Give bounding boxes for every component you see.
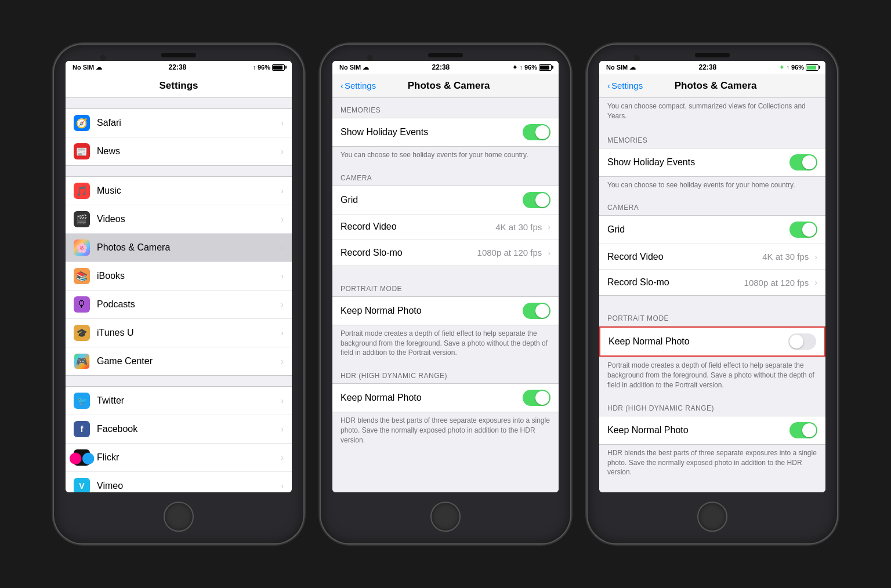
music-icon: 🎵: [74, 183, 90, 199]
time-2: 22:38: [432, 63, 450, 71]
record-video-item-2[interactable]: Record Video 4K at 30 fps ›: [332, 215, 559, 240]
record-video-chevron-3: ›: [814, 252, 817, 262]
location-icon-3: ↑: [786, 64, 789, 71]
status-bar-3: No SIM ☁ 22:38 ✦ ↑ 96%: [599, 61, 825, 74]
keep-normal-portrait-toggle-2[interactable]: [523, 303, 550, 319]
holiday-toggle-2[interactable]: [523, 124, 550, 140]
record-slomo-chevron-2: ›: [548, 248, 550, 257]
location-icon-2: ↑: [519, 64, 523, 71]
back-label-2: Settings: [345, 81, 376, 90]
photos-label: Photos & Camera: [97, 242, 277, 253]
home-button-3[interactable]: [697, 502, 727, 532]
vimeo-label: Vimeo: [97, 481, 277, 491]
keep-normal-hdr-item-2[interactable]: Keep Normal Photo: [332, 384, 559, 412]
keep-normal-hdr-label-2: Keep Normal Photo: [341, 393, 523, 403]
settings-item-itunes[interactable]: 🎓 iTunes U ›: [66, 319, 292, 347]
phone-top-3: [588, 45, 837, 57]
back-chevron-2: ‹: [341, 81, 343, 90]
group-memories-2: Show Holiday Events: [332, 118, 559, 147]
settings-item-twitter[interactable]: 🐦 Twitter ›: [66, 387, 292, 415]
settings-item-ibooks[interactable]: 📚 iBooks ›: [66, 262, 292, 291]
settings-item-gamecenter[interactable]: 🎮 Game Center ›: [66, 347, 292, 375]
home-button-2[interactable]: [430, 502, 461, 532]
keep-normal-hdr-toggle-2[interactable]: [523, 390, 550, 406]
grid-item-3[interactable]: Grid: [599, 216, 825, 244]
group-media: 🎵 Music › 🎬 Videos › 🌸 Photos & Camera ›…: [66, 176, 292, 376]
bluetooth-icon-3: ✦: [779, 64, 784, 71]
vimeo-chevron: ›: [281, 481, 284, 491]
status-bar-2: No SIM ☁ 22:38 ✦ ↑ 96%: [332, 61, 559, 74]
record-slomo-item-2[interactable]: Record Slo-mo 1080p at 120 fps ›: [332, 240, 559, 266]
keep-normal-hdr-toggle-3[interactable]: [789, 422, 817, 438]
holiday-events-item-2[interactable]: Show Holiday Events: [332, 118, 559, 146]
battery-percent-3: 96%: [791, 64, 804, 71]
screen-1: No SIM ☁ 22:38 ↑ 96% Settings 🧭 Safari ›: [66, 61, 292, 492]
podcasts-icon: 🎙: [74, 296, 90, 313]
record-slomo-item-3[interactable]: Record Slo-mo 1080p at 120 fps ›: [599, 270, 825, 295]
grid-toggle-3[interactable]: [789, 222, 817, 238]
record-video-item-3[interactable]: Record Video 4K at 30 fps ›: [599, 244, 825, 270]
twitter-label: Twitter: [97, 395, 277, 406]
record-slomo-label-3: Record Slo-mo: [607, 277, 744, 288]
grid-item-2[interactable]: Grid: [332, 186, 559, 215]
keep-normal-portrait-item-3[interactable]: Keep Normal Photo: [599, 326, 825, 357]
camera-dot-3: [634, 55, 640, 61]
spacer-end-2: [332, 451, 559, 462]
settings-item-music[interactable]: 🎵 Music ›: [66, 177, 292, 205]
news-icon: 📰: [74, 143, 90, 159]
spacer-1: [66, 166, 292, 176]
nav-title-2: Photos & Camera: [376, 80, 521, 92]
section-memories-3: MEMORIES: [599, 128, 825, 148]
section-portrait-3: PORTRAIT MODE: [599, 306, 825, 326]
settings-item-podcasts[interactable]: 🎙 Podcasts ›: [66, 291, 292, 319]
facebook-icon: f: [74, 421, 90, 437]
flickr-icon: ⬤⬤: [74, 449, 90, 466]
bluetooth-icon-2: ✦: [512, 64, 517, 71]
podcasts-label: Podcasts: [97, 299, 277, 310]
itunes-icon: 🎓: [74, 325, 90, 341]
holiday-events-item-3[interactable]: Show Holiday Events: [599, 148, 825, 176]
settings-item-flickr[interactable]: ⬤⬤ Flickr ›: [66, 444, 292, 472]
screen-2: No SIM ☁ 22:38 ✦ ↑ 96% ‹ Settings Photos…: [332, 61, 559, 492]
flickr-label: Flickr: [97, 452, 277, 463]
back-button-2[interactable]: ‹ Settings: [341, 81, 376, 90]
status-left-1: No SIM ☁: [73, 64, 102, 71]
spacer-camera-3: [599, 296, 825, 306]
settings-item-vimeo[interactable]: V Vimeo ›: [66, 472, 292, 492]
settings-item-videos[interactable]: 🎬 Videos ›: [66, 205, 292, 234]
record-video-value-2: 4K at 30 fps: [495, 222, 542, 232]
carrier-3: No SIM ☁: [606, 64, 636, 71]
settings-item-news[interactable]: 📰 News ›: [66, 137, 292, 165]
record-video-value-3: 4K at 30 fps: [762, 252, 809, 262]
safari-icon: 🧭: [74, 115, 90, 131]
phone-2: No SIM ☁ 22:38 ✦ ↑ 96% ‹ Settings Photos…: [321, 45, 570, 543]
nav-bar-2: ‹ Settings Photos & Camera: [332, 74, 559, 98]
keep-normal-portrait-toggle-3[interactable]: [788, 333, 816, 350]
safari-chevron: ›: [281, 118, 284, 128]
group-portrait-2: Keep Normal Photo: [332, 296, 559, 325]
record-video-label-3: Record Video: [607, 252, 762, 262]
ibooks-chevron: ›: [281, 271, 284, 281]
holiday-toggle-3[interactable]: [789, 154, 817, 170]
grid-toggle-2[interactable]: [523, 192, 550, 208]
portrait-desc-3: Portrait mode creates a depth of field e…: [599, 357, 825, 395]
itunes-label: iTunes U: [97, 328, 277, 338]
carrier-1: No SIM ☁: [73, 64, 102, 71]
back-label-3: Settings: [611, 81, 643, 90]
home-button-1[interactable]: [164, 502, 194, 532]
settings-item-facebook[interactable]: f Facebook ›: [66, 415, 292, 444]
settings-content-1: 🧭 Safari › 📰 News › 🎵 Music ›: [66, 98, 292, 492]
settings-item-photos[interactable]: 🌸 Photos & Camera ›: [66, 234, 292, 262]
battery-icon-1: [272, 64, 285, 71]
keep-normal-hdr-item-3[interactable]: Keep Normal Photo: [599, 416, 825, 444]
settings-item-safari[interactable]: 🧭 Safari ›: [66, 109, 292, 137]
keep-normal-hdr-label-3: Keep Normal Photo: [607, 425, 789, 435]
screen-3: No SIM ☁ 22:38 ✦ ↑ 96% ‹ Settings Photos…: [599, 61, 825, 492]
keep-normal-portrait-item-2[interactable]: Keep Normal Photo: [332, 297, 559, 325]
videos-label: Videos: [97, 214, 277, 224]
time-1: 22:38: [169, 63, 187, 71]
twitter-chevron: ›: [281, 396, 284, 405]
carrier-2: No SIM ☁: [339, 64, 369, 71]
back-button-3[interactable]: ‹ Settings: [607, 81, 643, 90]
facebook-label: Facebook: [97, 424, 277, 434]
